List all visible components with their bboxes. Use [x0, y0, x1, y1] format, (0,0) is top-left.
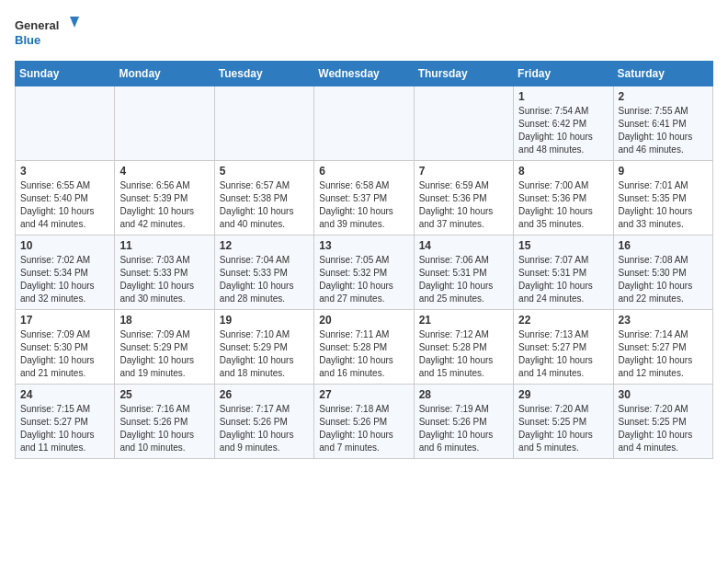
day-info: Sunrise: 7:15 AM Sunset: 5:27 PM Dayligh… — [20, 403, 109, 454]
day-number: 25 — [119, 388, 209, 401]
weekday-header-monday: Monday — [115, 62, 214, 86]
calendar-cell: 12Sunrise: 7:04 AM Sunset: 5:33 PM Dayli… — [214, 236, 313, 310]
week-row-5: 24Sunrise: 7:15 AM Sunset: 5:27 PM Dayli… — [16, 385, 713, 459]
svg-text:Blue: Blue — [15, 33, 40, 47]
day-number: 8 — [518, 165, 608, 178]
day-number: 29 — [518, 388, 608, 401]
day-info: Sunrise: 7:19 AM Sunset: 5:26 PM Dayligh… — [419, 403, 508, 454]
day-info: Sunrise: 7:04 AM Sunset: 5:33 PM Dayligh… — [220, 254, 309, 305]
calendar-cell: 6Sunrise: 6:58 AM Sunset: 5:37 PM Daylig… — [314, 161, 414, 236]
day-number: 21 — [419, 314, 508, 327]
svg-marker-2 — [70, 17, 79, 28]
calendar-cell: 19Sunrise: 7:10 AM Sunset: 5:29 PM Dayli… — [214, 310, 313, 385]
day-info: Sunrise: 7:16 AM Sunset: 5:26 PM Dayligh… — [119, 403, 209, 454]
day-number: 6 — [319, 165, 408, 178]
day-info: Sunrise: 7:11 AM Sunset: 5:28 PM Dayligh… — [319, 328, 408, 380]
calendar-cell: 30Sunrise: 7:20 AM Sunset: 5:25 PM Dayli… — [613, 385, 712, 459]
weekday-header-thursday: Thursday — [414, 62, 513, 86]
weekday-header-tuesday: Tuesday — [214, 62, 313, 86]
day-number: 27 — [319, 388, 408, 401]
day-number: 15 — [518, 239, 608, 252]
weekday-header-saturday: Saturday — [613, 62, 712, 86]
day-info: Sunrise: 7:17 AM Sunset: 5:26 PM Dayligh… — [220, 403, 309, 454]
calendar-cell — [16, 86, 115, 161]
day-info: Sunrise: 7:54 AM Sunset: 6:42 PM Dayligh… — [518, 105, 608, 156]
day-info: Sunrise: 7:02 AM Sunset: 5:34 PM Dayligh… — [20, 254, 109, 305]
calendar-cell: 20Sunrise: 7:11 AM Sunset: 5:28 PM Dayli… — [314, 310, 414, 385]
calendar-cell: 16Sunrise: 7:08 AM Sunset: 5:30 PM Dayli… — [613, 236, 712, 310]
svg-text:General: General — [15, 18, 59, 32]
day-info: Sunrise: 6:57 AM Sunset: 5:38 PM Dayligh… — [220, 179, 309, 231]
day-info: Sunrise: 7:05 AM Sunset: 5:32 PM Dayligh… — [319, 254, 408, 305]
calendar-cell: 8Sunrise: 7:00 AM Sunset: 5:36 PM Daylig… — [514, 161, 613, 236]
day-number: 23 — [619, 314, 708, 327]
day-number: 1 — [518, 90, 608, 103]
day-number: 5 — [220, 165, 309, 178]
calendar-cell: 11Sunrise: 7:03 AM Sunset: 5:33 PM Dayli… — [115, 236, 214, 310]
day-number: 7 — [419, 165, 508, 178]
day-info: Sunrise: 7:03 AM Sunset: 5:33 PM Dayligh… — [119, 254, 209, 305]
calendar-cell — [115, 86, 214, 161]
day-info: Sunrise: 6:59 AM Sunset: 5:36 PM Dayligh… — [419, 179, 508, 231]
calendar-cell: 7Sunrise: 6:59 AM Sunset: 5:36 PM Daylig… — [414, 161, 513, 236]
calendar-cell: 26Sunrise: 7:17 AM Sunset: 5:26 PM Dayli… — [214, 385, 313, 459]
calendar-cell: 21Sunrise: 7:12 AM Sunset: 5:28 PM Dayli… — [414, 310, 513, 385]
calendar-cell: 2Sunrise: 7:55 AM Sunset: 6:41 PM Daylig… — [613, 86, 712, 161]
day-info: Sunrise: 7:20 AM Sunset: 5:25 PM Dayligh… — [619, 403, 708, 454]
day-number: 24 — [20, 388, 109, 401]
calendar-cell: 28Sunrise: 7:19 AM Sunset: 5:26 PM Dayli… — [414, 385, 513, 459]
calendar-cell: 23Sunrise: 7:14 AM Sunset: 5:27 PM Dayli… — [613, 310, 712, 385]
day-info: Sunrise: 6:56 AM Sunset: 5:39 PM Dayligh… — [119, 179, 209, 231]
day-info: Sunrise: 7:09 AM Sunset: 5:30 PM Dayligh… — [20, 328, 109, 380]
calendar-cell — [414, 86, 513, 161]
day-number: 28 — [419, 388, 508, 401]
calendar-cell: 17Sunrise: 7:09 AM Sunset: 5:30 PM Dayli… — [16, 310, 115, 385]
day-number: 12 — [220, 239, 309, 252]
day-info: Sunrise: 7:13 AM Sunset: 5:27 PM Dayligh… — [518, 328, 608, 380]
calendar-cell: 1Sunrise: 7:54 AM Sunset: 6:42 PM Daylig… — [514, 86, 613, 161]
day-number: 10 — [20, 239, 109, 252]
calendar-cell — [214, 86, 313, 161]
day-number: 13 — [319, 239, 408, 252]
logo: General Blue — [15, 15, 79, 52]
weekday-header-row: SundayMondayTuesdayWednesdayThursdayFrid… — [16, 62, 713, 86]
day-info: Sunrise: 7:00 AM Sunset: 5:36 PM Dayligh… — [518, 179, 608, 231]
weekday-header-sunday: Sunday — [16, 62, 115, 86]
day-info: Sunrise: 7:18 AM Sunset: 5:26 PM Dayligh… — [319, 403, 408, 454]
week-row-2: 3Sunrise: 6:55 AM Sunset: 5:40 PM Daylig… — [16, 161, 713, 236]
calendar-cell: 9Sunrise: 7:01 AM Sunset: 5:35 PM Daylig… — [613, 161, 712, 236]
day-number: 20 — [319, 314, 408, 327]
day-info: Sunrise: 7:01 AM Sunset: 5:35 PM Dayligh… — [619, 179, 708, 231]
day-info: Sunrise: 7:12 AM Sunset: 5:28 PM Dayligh… — [419, 328, 508, 380]
day-number: 22 — [518, 314, 608, 327]
day-info: Sunrise: 6:55 AM Sunset: 5:40 PM Dayligh… — [20, 179, 109, 231]
day-info: Sunrise: 7:14 AM Sunset: 5:27 PM Dayligh… — [619, 328, 708, 380]
day-number: 18 — [119, 314, 209, 327]
calendar-cell: 13Sunrise: 7:05 AM Sunset: 5:32 PM Dayli… — [314, 236, 414, 310]
calendar-cell: 10Sunrise: 7:02 AM Sunset: 5:34 PM Dayli… — [16, 236, 115, 310]
week-row-1: 1Sunrise: 7:54 AM Sunset: 6:42 PM Daylig… — [16, 86, 713, 161]
calendar-cell: 24Sunrise: 7:15 AM Sunset: 5:27 PM Dayli… — [16, 385, 115, 459]
day-number: 26 — [220, 388, 309, 401]
day-number: 3 — [20, 165, 109, 178]
calendar-cell: 25Sunrise: 7:16 AM Sunset: 5:26 PM Dayli… — [115, 385, 214, 459]
day-number: 16 — [619, 239, 708, 252]
day-info: Sunrise: 7:20 AM Sunset: 5:25 PM Dayligh… — [518, 403, 608, 454]
day-number: 4 — [119, 165, 209, 178]
calendar-cell: 18Sunrise: 7:09 AM Sunset: 5:29 PM Dayli… — [115, 310, 214, 385]
week-row-3: 10Sunrise: 7:02 AM Sunset: 5:34 PM Dayli… — [16, 236, 713, 310]
day-number: 2 — [619, 90, 708, 103]
calendar-cell: 15Sunrise: 7:07 AM Sunset: 5:31 PM Dayli… — [514, 236, 613, 310]
day-info: Sunrise: 7:08 AM Sunset: 5:30 PM Dayligh… — [619, 254, 708, 305]
calendar-cell: 29Sunrise: 7:20 AM Sunset: 5:25 PM Dayli… — [514, 385, 613, 459]
day-info: Sunrise: 7:06 AM Sunset: 5:31 PM Dayligh… — [419, 254, 508, 305]
page-header: General Blue — [15, 15, 713, 52]
calendar-cell: 3Sunrise: 6:55 AM Sunset: 5:40 PM Daylig… — [16, 161, 115, 236]
weekday-header-friday: Friday — [514, 62, 613, 86]
day-number: 19 — [220, 314, 309, 327]
calendar-cell: 27Sunrise: 7:18 AM Sunset: 5:26 PM Dayli… — [314, 385, 414, 459]
day-number: 11 — [119, 239, 209, 252]
calendar-cell: 22Sunrise: 7:13 AM Sunset: 5:27 PM Dayli… — [514, 310, 613, 385]
calendar-cell: 4Sunrise: 6:56 AM Sunset: 5:39 PM Daylig… — [115, 161, 214, 236]
calendar-cell: 5Sunrise: 6:57 AM Sunset: 5:38 PM Daylig… — [214, 161, 313, 236]
